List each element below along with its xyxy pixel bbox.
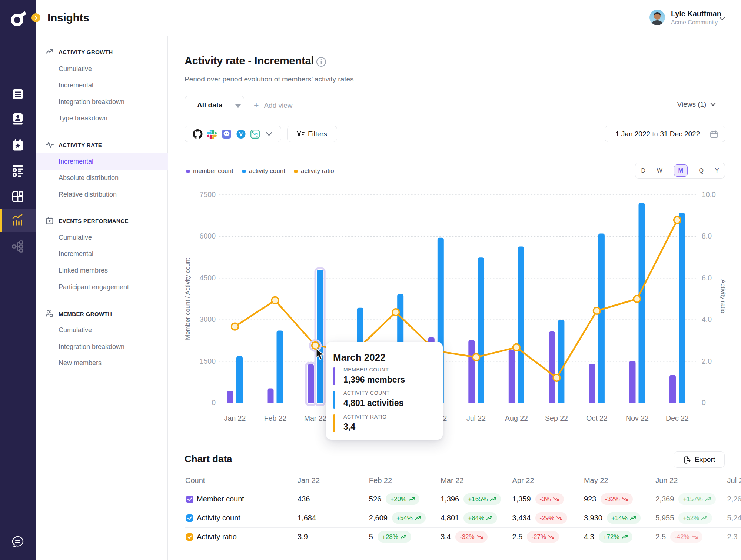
svg-text:6.0: 6.0 bbox=[702, 274, 712, 282]
svg-text:10.0: 10.0 bbox=[702, 190, 716, 199]
svg-text:0: 0 bbox=[212, 399, 216, 407]
svg-text:6000: 6000 bbox=[200, 232, 216, 240]
svg-text:Dec 22: Dec 22 bbox=[666, 414, 689, 422]
svg-text:Jan 22: Jan 22 bbox=[224, 414, 246, 422]
svg-text:0: 0 bbox=[702, 399, 706, 407]
svg-text:Feb 22: Feb 22 bbox=[264, 414, 287, 422]
svg-text:Aug 22: Aug 22 bbox=[505, 414, 528, 422]
svg-text:3000: 3000 bbox=[200, 315, 216, 323]
svg-text:7500: 7500 bbox=[200, 190, 216, 199]
svg-text:1500: 1500 bbox=[200, 357, 216, 365]
svg-text:8.0: 8.0 bbox=[702, 232, 712, 240]
svg-text:API: API bbox=[252, 132, 257, 136]
svg-text:Sep 22: Sep 22 bbox=[545, 414, 568, 422]
svg-text:Jul 22: Jul 22 bbox=[466, 414, 486, 422]
svg-text:2.0: 2.0 bbox=[702, 357, 712, 365]
svg-text:Oct 22: Oct 22 bbox=[586, 414, 607, 422]
svg-text:4500: 4500 bbox=[200, 274, 216, 282]
svg-text:4.0: 4.0 bbox=[702, 315, 712, 323]
svg-text:Nov 22: Nov 22 bbox=[626, 414, 649, 422]
svg-text:Mar 22: Mar 22 bbox=[304, 414, 327, 422]
svg-text:Activity ratio: Activity ratio bbox=[720, 279, 727, 313]
svg-text:Member count / Activity count: Member count / Activity count bbox=[184, 258, 191, 340]
